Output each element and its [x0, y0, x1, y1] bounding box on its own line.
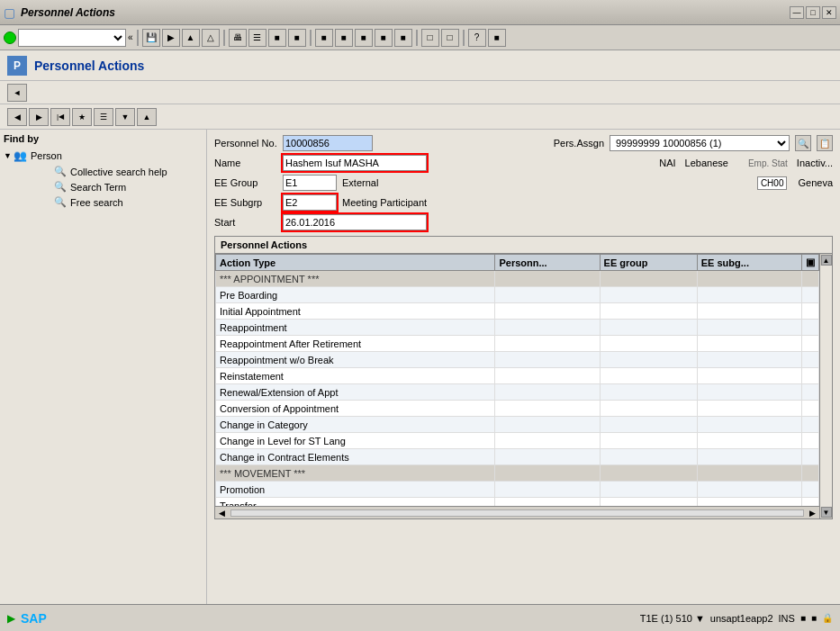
nav-up-btn[interactable]: ▲	[137, 108, 157, 126]
ee-group-code-input[interactable]	[283, 175, 337, 191]
table-row[interactable]: Promotion	[216, 482, 819, 498]
find-by-label: Find by	[4, 133, 203, 144]
toolbar-icon-5[interactable]: ■	[335, 29, 353, 47]
tree-collective-search[interactable]: 🔍 Collective search help	[22, 164, 203, 179]
toolbar-icon-2[interactable]: ■	[268, 29, 286, 47]
table-row[interactable]: Change in Level for ST Lang	[216, 433, 819, 449]
minimize-button[interactable]: —	[790, 6, 804, 19]
table-row[interactable]: Change in Category	[216, 417, 819, 433]
pa-table-scroll[interactable]: Action Type Personn... EE group EE subg.…	[215, 254, 819, 506]
save-toolbar-btn[interactable]: 💾	[142, 29, 160, 47]
pers-assgn-select[interactable]: 99999999 10000856 (1)	[610, 135, 790, 151]
cell-action-type: Change in Contract Elements	[216, 449, 495, 465]
emp-stat-value: Inactiv...	[797, 158, 833, 168]
table-row[interactable]: Reappointment	[216, 320, 819, 336]
print-btn[interactable]: 🖶	[229, 29, 247, 47]
cell-ee-group	[600, 401, 697, 417]
cell-persn	[495, 303, 600, 320]
toolbar-btn-1[interactable]: ▶	[162, 29, 180, 47]
help-btn[interactable]: ?	[468, 29, 486, 47]
name-input[interactable]	[283, 155, 427, 171]
screen-btn-2[interactable]: □	[441, 29, 459, 47]
tree-collective-label: Collective search help	[70, 167, 167, 177]
table-row[interactable]: Reappointment After Retirement	[216, 336, 819, 352]
system-label: T1E (1) 510 ▼	[640, 613, 705, 624]
scroll-up-btn[interactable]: ▲	[821, 255, 832, 266]
table-row[interactable]: *** APPOINTMENT ***	[216, 271, 819, 287]
scroll-down-btn[interactable]: ▼	[821, 507, 832, 518]
form-row-4: EE Subgrp Meeting Participant	[214, 194, 833, 211]
ee-subgrp-label: EE Subgrp	[214, 197, 277, 208]
table-row[interactable]: Conversion of Appointment	[216, 401, 819, 417]
dropdown-arrow-icon[interactable]: «	[128, 32, 133, 42]
nav-back-btn[interactable]: ◀	[7, 108, 27, 126]
nav-star-btn[interactable]: ★	[72, 108, 92, 126]
nav-down-btn[interactable]: ▼	[115, 108, 135, 126]
toolbar-icon-1[interactable]: ☰	[248, 29, 266, 47]
pa-table-title: Personnel Actions	[215, 237, 832, 254]
personnel-no-input[interactable]	[283, 135, 373, 151]
ee-subgrp-code-input[interactable]	[283, 194, 337, 211]
cell-ee-sub	[697, 320, 801, 336]
cell-icon	[802, 320, 819, 336]
toolbar-icon-3[interactable]: ■	[288, 29, 306, 47]
table-row[interactable]: Change in Contract Elements	[216, 449, 819, 465]
action-toolbar: ◀ ▶ |◀ ★ ☰ ▼ ▲	[0, 104, 840, 130]
scroll-right-btn[interactable]: ▶	[806, 509, 819, 518]
tree-expand-icon: ▼	[4, 151, 12, 160]
scroll-left-btn[interactable]: ◀	[215, 509, 229, 518]
toolbar-btn-3[interactable]: △	[202, 29, 220, 47]
toolbar-icon-7[interactable]: ■	[375, 29, 393, 47]
cell-icon	[802, 401, 819, 417]
nav-list-btn[interactable]: ☰	[94, 108, 113, 126]
pa-table-body: *** APPOINTMENT ***Pre BoardingInitial A…	[216, 271, 819, 507]
toolbar-icon-8[interactable]: ■	[394, 29, 412, 47]
cell-action-type: Promotion	[216, 482, 495, 498]
close-button[interactable]: ✕	[822, 6, 836, 19]
binoculars-icon-3: 🔍	[54, 196, 67, 208]
tree-person[interactable]: ▼ 👥 Person	[4, 148, 203, 164]
cell-action-type: Change in Category	[216, 417, 495, 433]
cell-action-type: Pre Boarding	[216, 287, 495, 303]
emp-stat-label: Emp. Stat	[748, 158, 788, 168]
status-bar: ▶ SAP T1E (1) 510 ▼ unsapt1eapp2 INS ■ ■…	[0, 604, 840, 631]
tree-search-term[interactable]: 🔍 Search Term	[22, 179, 203, 194]
toolbar-icon-4[interactable]: ■	[315, 29, 333, 47]
maximize-button[interactable]: □	[806, 6, 820, 19]
cell-action-type: *** APPOINTMENT ***	[216, 271, 495, 287]
cell-persn	[495, 465, 600, 482]
table-row[interactable]: Reinstatement	[216, 368, 819, 384]
tree-free-search[interactable]: 🔍 Free search	[22, 194, 203, 210]
horizontal-scrollbar[interactable]: ◀ ▶	[215, 506, 819, 518]
table-row[interactable]: Renewal/Extension of Appt	[216, 384, 819, 401]
server-label: unsapt1eapp2	[710, 613, 773, 624]
table-row[interactable]: Reappointment w/o Break	[216, 352, 819, 368]
table-row[interactable]: Pre Boarding	[216, 287, 819, 303]
person-folder-icon: 👥	[14, 149, 27, 162]
scroll-track[interactable]	[230, 509, 804, 517]
status-icon-2: ■	[811, 613, 817, 623]
toolbar-dropdown[interactable]	[18, 29, 126, 47]
nav-first-btn[interactable]: |◀	[50, 108, 70, 126]
table-row[interactable]: *** MOVEMENT ***	[216, 465, 819, 482]
app-header-title: Personnel Actions	[34, 59, 144, 73]
screen-btn-1[interactable]: □	[421, 29, 439, 47]
start-date-input[interactable]	[283, 214, 427, 230]
sub-back-btn[interactable]: ◄	[7, 84, 27, 102]
nav-forward-btn[interactable]: ▶	[29, 108, 49, 126]
toolbar-icon-9[interactable]: ■	[488, 29, 506, 47]
cell-ee-group	[600, 482, 697, 498]
table-row[interactable]: Transfer	[216, 498, 819, 507]
toolbar-icon-6[interactable]: ■	[355, 29, 373, 47]
table-row[interactable]: Initial Appointment	[216, 303, 819, 320]
tree-children: 🔍 Collective search help 🔍 Search Term 🔍…	[4, 164, 203, 210]
vertical-scrollbar[interactable]: ▲ ▼	[819, 254, 832, 518]
pers-assgn-icon-1[interactable]: 🔍	[795, 135, 811, 151]
cell-ee-group	[600, 433, 697, 449]
cell-icon	[802, 498, 819, 507]
cell-icon	[802, 465, 819, 482]
pers-assgn-icon-2[interactable]: 📋	[817, 135, 833, 151]
toolbar-btn-2[interactable]: ▲	[182, 29, 200, 47]
cell-icon	[802, 336, 819, 352]
system-value: T1E (1) 510	[640, 613, 692, 624]
